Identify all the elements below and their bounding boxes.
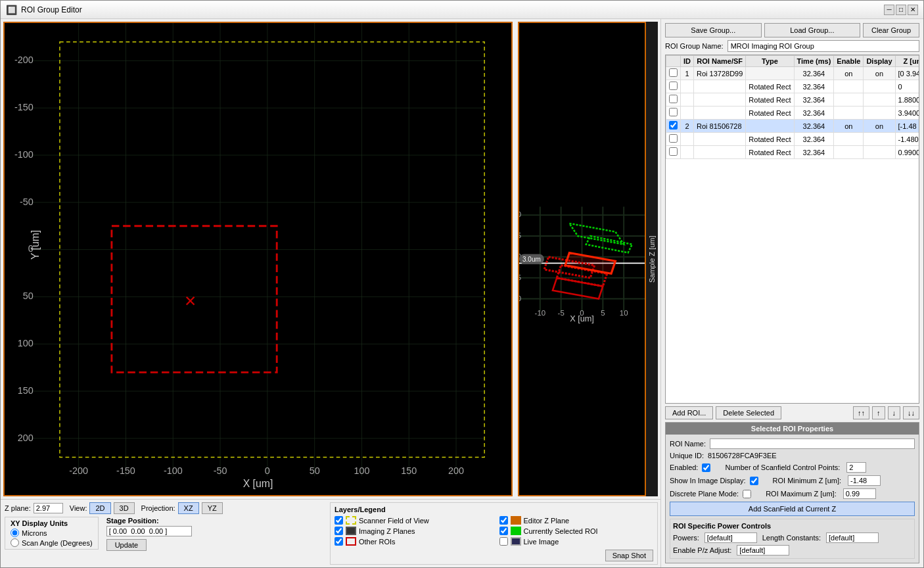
- arrow-down-button[interactable]: ↓: [888, 406, 901, 419]
- close-button[interactable]: ✕: [908, 5, 918, 15]
- minimize-button[interactable]: ─: [884, 5, 894, 15]
- maximize-button[interactable]: □: [896, 5, 906, 15]
- arrow-up-button[interactable]: ↑: [872, 406, 885, 419]
- layer-editor-label: Editor Z Plane: [524, 517, 570, 525]
- svg-text:150: 150: [18, 385, 34, 396]
- row-2b-checkbox[interactable]: [669, 147, 678, 156]
- arrow-top-button[interactable]: ↑↑: [853, 406, 869, 419]
- main-content: ✕ -200 -150 -100 -50 0 50 100 150 200: [1, 19, 923, 567]
- svg-marker-57: [565, 252, 615, 273]
- svg-marker-52: [569, 224, 624, 245]
- row-1b-checkbox[interactable]: [669, 95, 678, 103]
- xy-units-group: XY Display Units Microns Scan Angle (Deg…: [5, 517, 99, 550]
- layer-imaging-checkbox[interactable]: [335, 527, 343, 535]
- roi-name-label: ROI Name:: [670, 440, 706, 448]
- add-roi-button[interactable]: Add ROI...: [665, 406, 713, 419]
- enable-pz-input[interactable]: [737, 545, 789, 556]
- row-2-checkbox[interactable]: [669, 121, 678, 130]
- snap-shot-button[interactable]: Snap Shot: [605, 550, 653, 561]
- layer-selected-checkbox[interactable]: [499, 527, 508, 535]
- discrete-plane-label: Discrete Plane Mode:: [670, 490, 739, 498]
- controls-row-2: XY Display Units Microns Scan Angle (Deg…: [5, 517, 323, 551]
- row-1-time: 32.364: [794, 67, 834, 80]
- row-2-id: 2: [681, 120, 694, 133]
- layer-selected-item: Currently Selected ROI: [499, 527, 654, 535]
- row-2-name: Roi 81506728: [694, 120, 746, 133]
- svg-text:-200: -200: [69, 465, 88, 476]
- xz-canvas-wrapper: -10 -5 0 5 10 X [um] -10 -5 0 5 10: [518, 22, 658, 496]
- arrow-bottom-button[interactable]: ↓↓: [903, 406, 919, 419]
- microns-radio[interactable]: [11, 529, 19, 537]
- col-name: ROI Name/SF: [694, 56, 746, 67]
- roi-min-z-input[interactable]: [848, 475, 881, 486]
- xy-canvas[interactable]: ✕ -200 -150 -100 -50 0 50 100 150 200: [3, 22, 513, 496]
- row-1-z: [0 3.94]: [895, 67, 919, 80]
- roi-group-name-input[interactable]: [728, 40, 919, 52]
- microns-label: Microns: [22, 529, 47, 537]
- table-body: 1 Roi 13728D99 32.364 on on [0 3.94]: [666, 67, 920, 159]
- roi-max-z-input[interactable]: [843, 488, 876, 499]
- proj-xz-button[interactable]: XZ: [178, 502, 199, 514]
- unique-id-label: Unique ID:: [670, 452, 704, 460]
- save-group-button[interactable]: Save Group...: [665, 23, 762, 37]
- powers-input[interactable]: [705, 532, 757, 543]
- imaging-z-planes-icon: [346, 527, 356, 535]
- svg-text:-100: -100: [14, 149, 34, 160]
- layer-live-checkbox[interactable]: [499, 537, 508, 546]
- layer-scanner-checkbox[interactable]: [335, 516, 343, 525]
- row-2b-type: Rotated Rect: [746, 146, 794, 159]
- view-2d-button[interactable]: 2D: [89, 502, 110, 514]
- add-scanfield-button[interactable]: Add ScanField at Current Z: [670, 502, 915, 516]
- svg-text:-150: -150: [14, 102, 34, 112]
- length-input[interactable]: [826, 532, 879, 543]
- row-2a-time: 32.364: [794, 133, 834, 146]
- load-group-button[interactable]: Load Group...: [764, 23, 861, 37]
- num-scanfield-input[interactable]: [846, 462, 866, 473]
- zplane-input[interactable]: [34, 503, 63, 513]
- svg-text:5: 5: [601, 309, 605, 317]
- row-1a-checkbox[interactable]: [669, 82, 678, 90]
- clear-group-button[interactable]: Clear Group: [863, 23, 919, 37]
- show-image-checkbox[interactable]: [750, 477, 758, 485]
- row-2a-checkbox[interactable]: [669, 134, 678, 143]
- title-bar-left: 🔲 ROI Group Editor: [6, 5, 82, 15]
- stage-input[interactable]: [106, 526, 192, 536]
- roi-group-name-label: ROI Group Name:: [665, 42, 724, 50]
- svg-text:10: 10: [620, 309, 628, 317]
- row-1a-time: 32.364: [794, 80, 834, 93]
- layer-imaging-label: Imaging Z Planes: [359, 527, 415, 535]
- table-row: Rotated Rect 32.364 1.8800: [666, 93, 920, 106]
- enabled-checkbox[interactable]: [702, 463, 710, 472]
- layer-editor-checkbox[interactable]: [499, 516, 508, 525]
- stage-group: Stage Position: Update: [106, 517, 192, 551]
- scan-angle-radio[interactable]: [11, 538, 19, 547]
- row-1-name: Roi 13728D99: [694, 67, 746, 80]
- row-1-checkbox[interactable]: [669, 68, 678, 77]
- svg-text:-200: -200: [14, 55, 34, 65]
- canvas-views: ✕ -200 -150 -100 -50 0 50 100 150 200: [1, 19, 660, 499]
- powers-row: Powers: Length Constants:: [673, 532, 912, 543]
- roi-name-input[interactable]: [710, 438, 915, 449]
- layers-panel: Layers/Legend Scanner Field of View: [330, 502, 658, 565]
- table-row[interactable]: 2 Roi 81506728 32.364 on on [-1.48 2...]: [666, 120, 920, 133]
- layer-other-checkbox[interactable]: [335, 537, 343, 546]
- proj-yz-button[interactable]: YZ: [202, 502, 223, 514]
- selected-roi-properties: Selected ROI Properties ROI Name: Unique…: [665, 422, 919, 563]
- table-row: Rotated Rect 32.364 3.9400: [666, 106, 920, 120]
- num-scanfield-label: Number of Scanfield Control Points:: [725, 463, 840, 471]
- roi-table: ID ROI Name/SF Type Time (ms) Enable Dis…: [666, 55, 919, 159]
- update-button[interactable]: Update: [106, 539, 147, 551]
- xz-canvas[interactable]: -10 -5 0 5 10 X [um] -10 -5 0 5 10: [518, 22, 646, 496]
- discrete-plane-checkbox[interactable]: [743, 490, 751, 498]
- svg-text:-150: -150: [116, 465, 135, 476]
- layer-scanner-item: Scanner Field of View: [335, 516, 489, 525]
- svg-text:50: 50: [310, 465, 320, 476]
- power-controls-title: ROI Specific Power Controls: [673, 522, 912, 530]
- xz-z-label: Sample Z [um]: [646, 22, 658, 496]
- view-3d-button[interactable]: 3D: [114, 502, 135, 514]
- layer-editor-item: Editor Z Plane: [499, 516, 654, 525]
- row-1c-checkbox[interactable]: [669, 108, 678, 116]
- row-2b-z: 0.9900: [895, 146, 919, 159]
- delete-selected-button[interactable]: Delete Selected: [716, 406, 781, 419]
- row-1b-time: 32.364: [794, 93, 834, 106]
